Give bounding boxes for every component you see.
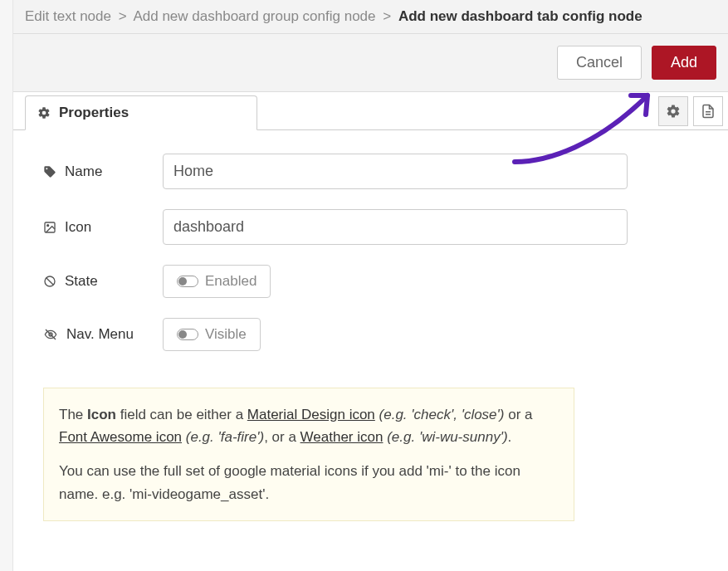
help-paragraph-2: You can use the full set of google mater… xyxy=(59,460,559,505)
state-label-text: State xyxy=(65,273,98,290)
properties-form: Name Icon State Enabled xyxy=(13,130,728,379)
breadcrumb: Edit text node > Add new dashboard group… xyxy=(13,0,728,34)
state-toggle[interactable]: Enabled xyxy=(163,265,271,298)
document-icon xyxy=(701,104,716,119)
icon-label: Icon xyxy=(43,219,163,236)
form-row-icon: Icon xyxy=(43,209,708,245)
ban-icon xyxy=(43,275,56,288)
state-toggle-label: Enabled xyxy=(205,273,257,290)
navmenu-label-text: Nav. Menu xyxy=(66,326,134,343)
help-paragraph-1: The Icon field can be either a Material … xyxy=(59,403,559,448)
action-button-row: Cancel Add xyxy=(13,34,728,93)
tab-properties-label: Properties xyxy=(59,105,129,121)
icon-help-box: The Icon field can be either a Material … xyxy=(43,388,574,521)
form-row-navmenu: Nav. Menu Visible xyxy=(43,318,708,351)
name-label: Name xyxy=(43,163,163,180)
link-font-awesome[interactable]: Font Awesome icon xyxy=(59,429,182,445)
link-material-design[interactable]: Material Design icon xyxy=(247,407,375,422)
gear-icon xyxy=(666,104,681,119)
state-label: State xyxy=(43,273,163,290)
editor-tabs: Properties xyxy=(13,92,728,130)
docs-tab-button[interactable] xyxy=(693,96,723,126)
toggle-icon xyxy=(177,276,198,287)
config-editor-panel: Edit text node > Add new dashboard group… xyxy=(13,0,728,571)
navmenu-toggle[interactable]: Visible xyxy=(163,318,261,351)
settings-tab-button[interactable] xyxy=(658,96,688,126)
picture-icon xyxy=(43,221,56,234)
navmenu-label: Nav. Menu xyxy=(43,326,163,343)
tab-properties[interactable]: Properties xyxy=(25,95,257,130)
navmenu-toggle-label: Visible xyxy=(205,326,247,343)
add-button[interactable]: Add xyxy=(652,46,716,81)
workspace-left-edge xyxy=(0,0,13,571)
name-label-text: Name xyxy=(65,163,102,180)
breadcrumb-separator: > xyxy=(379,8,394,24)
icon-input[interactable] xyxy=(163,209,628,245)
svg-point-3 xyxy=(47,224,49,226)
name-input[interactable] xyxy=(163,154,628,189)
breadcrumb-separator: > xyxy=(115,8,130,24)
cancel-button[interactable]: Cancel xyxy=(557,46,642,81)
tag-icon xyxy=(43,165,56,178)
gear-icon xyxy=(37,106,51,120)
breadcrumb-item-current: Add new dashboard tab config node xyxy=(398,8,642,24)
form-row-name: Name xyxy=(43,154,708,189)
breadcrumb-item-2[interactable]: Add new dashboard group config node xyxy=(133,8,375,24)
breadcrumb-item-1[interactable]: Edit text node xyxy=(25,8,111,24)
icon-label-text: Icon xyxy=(65,219,91,236)
link-weather-icon[interactable]: Weather icon xyxy=(300,429,384,445)
eye-slash-icon xyxy=(43,328,58,341)
svg-line-5 xyxy=(46,278,54,286)
form-row-state: State Enabled xyxy=(43,265,708,298)
toggle-icon xyxy=(177,329,198,340)
